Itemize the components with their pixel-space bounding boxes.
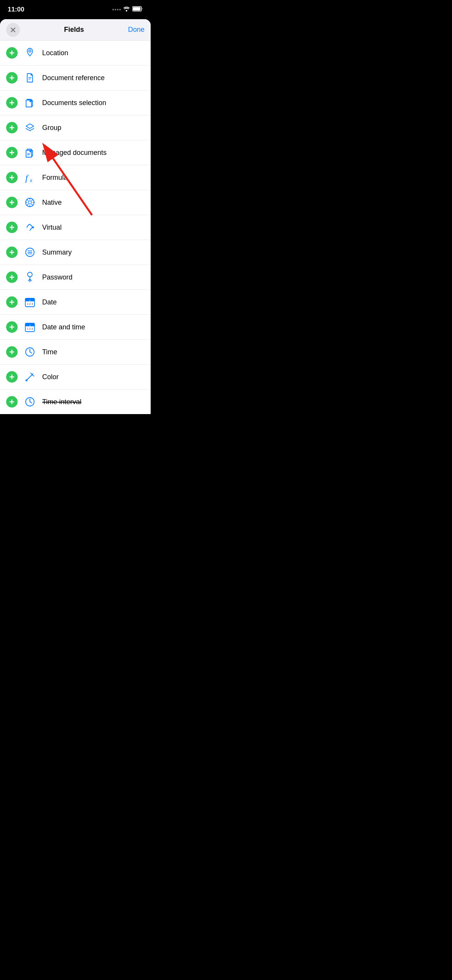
list-item[interactable]: Documents selection — [0, 90, 151, 115]
svg-text:f: f — [25, 173, 29, 183]
add-formula-button[interactable] — [6, 172, 18, 183]
date-icon: 7 1 2 3 — [23, 295, 37, 309]
group-label: Group — [42, 124, 61, 132]
svg-point-72 — [26, 380, 28, 381]
add-group-button[interactable] — [6, 122, 18, 133]
documents-selection-label: Documents selection — [42, 99, 106, 107]
group-icon — [23, 121, 37, 135]
color-label: Color — [42, 373, 59, 381]
status-icons — [112, 6, 143, 13]
native-icon — [23, 196, 37, 209]
list-item[interactable]: 7 1 2 3 Date and time — [0, 315, 151, 340]
add-managed-documents-button[interactable] — [6, 147, 18, 158]
svg-text:2: 2 — [29, 327, 31, 330]
svg-point-45 — [28, 272, 32, 277]
time-interval-icon — [23, 395, 37, 409]
signal-icon — [112, 9, 121, 10]
svg-text:1: 1 — [27, 303, 28, 305]
status-bar: 11:00 — [0, 0, 151, 19]
close-button[interactable] — [6, 23, 20, 37]
list-item[interactable]: 7 1 2 3 Date — [0, 290, 151, 315]
list-item[interactable]: f x Formula — [0, 165, 151, 190]
list-item[interactable]: Native — [0, 190, 151, 215]
color-icon — [23, 370, 37, 384]
svg-point-36 — [32, 227, 34, 229]
svg-line-69 — [30, 352, 32, 353]
password-icon — [23, 270, 37, 284]
add-native-button[interactable] — [6, 197, 18, 208]
svg-rect-2 — [133, 7, 141, 11]
battery-icon — [132, 6, 143, 13]
add-documents-selection-button[interactable] — [6, 97, 18, 109]
list-item[interactable]: Document reference — [0, 66, 151, 90]
fields-list: Location Document reference — [0, 41, 151, 414]
location-label: Location — [42, 49, 68, 57]
add-time-interval-button[interactable] — [6, 396, 18, 408]
wifi-icon — [123, 6, 130, 13]
status-time: 11:00 — [8, 6, 24, 13]
nav-bar: Fields Done — [0, 19, 151, 41]
time-interval-label: Time interval — [42, 398, 81, 406]
documents-selection-icon — [23, 96, 37, 110]
time-label: Time — [42, 348, 57, 356]
add-summary-button[interactable] — [6, 247, 18, 258]
main-container: Fields Done — [0, 19, 151, 414]
add-location-button[interactable] — [6, 47, 18, 59]
document-reference-icon — [23, 71, 37, 85]
formula-icon: f x — [23, 171, 37, 184]
svg-text:2: 2 — [29, 303, 31, 305]
svg-text:3: 3 — [31, 303, 33, 305]
svg-text:x: x — [30, 178, 32, 183]
done-button[interactable]: Done — [128, 26, 145, 34]
summary-icon — [23, 245, 37, 259]
summary-label: Summary — [42, 248, 72, 257]
list-item[interactable]: Group — [0, 115, 151, 140]
managed-documents-icon — [23, 146, 37, 159]
time-icon — [23, 345, 37, 359]
add-time-button[interactable] — [6, 346, 18, 358]
page-title: Fields — [64, 26, 84, 34]
add-password-button[interactable] — [6, 271, 18, 283]
add-date-button[interactable] — [6, 296, 18, 308]
date-label: Date — [42, 298, 57, 306]
list-item[interactable]: Managed documents — [0, 140, 151, 165]
date-and-time-icon: 7 1 2 3 — [23, 320, 37, 334]
add-virtual-button[interactable] — [6, 222, 18, 233]
virtual-icon — [23, 220, 37, 234]
list-item[interactable]: Time — [0, 340, 151, 365]
native-label: Native — [42, 199, 62, 207]
list-item[interactable]: Password — [0, 265, 151, 290]
svg-line-77 — [30, 402, 32, 403]
list-item[interactable]: Virtual — [0, 215, 151, 240]
list-item[interactable]: Summary — [0, 240, 151, 265]
add-color-button[interactable] — [6, 371, 18, 383]
date-and-time-label: Date and time — [42, 323, 85, 331]
list-item[interactable]: Location — [0, 41, 151, 66]
add-document-reference-button[interactable] — [6, 72, 18, 84]
svg-point-9 — [29, 50, 31, 52]
list-container: Location Document reference — [0, 41, 151, 414]
virtual-label: Virtual — [42, 224, 62, 232]
list-item[interactable]: Color — [0, 365, 151, 390]
formula-label: Formula — [42, 174, 67, 182]
svg-point-0 — [126, 10, 127, 12]
svg-point-29 — [28, 201, 31, 204]
svg-text:3: 3 — [31, 327, 33, 330]
svg-text:1: 1 — [27, 327, 28, 330]
list-item[interactable]: Time interval — [0, 390, 151, 414]
add-date-and-time-button[interactable] — [6, 321, 18, 333]
password-label: Password — [42, 273, 72, 281]
managed-documents-label: Managed documents — [42, 149, 107, 157]
location-icon — [23, 46, 37, 60]
document-reference-label: Document reference — [42, 74, 105, 82]
